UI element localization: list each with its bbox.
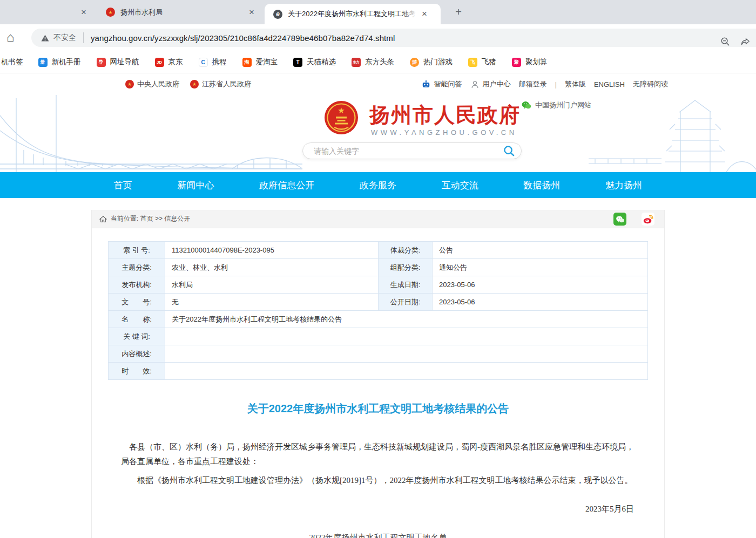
meta-value-genre: 公告 bbox=[433, 242, 648, 259]
meta-value-summary bbox=[165, 345, 648, 363]
nav-item-news[interactable]: 新闻中心 bbox=[178, 179, 214, 192]
tab-announcement-active[interactable]: e 关于2022年度扬州市水利工程文明工地考 × bbox=[265, 4, 441, 24]
nav-item-info-disclosure[interactable]: 政府信息公开 bbox=[259, 179, 314, 192]
ctrip-icon: C bbox=[199, 58, 208, 67]
close-icon[interactable]: × bbox=[419, 9, 430, 19]
nav-item-home[interactable]: 首页 bbox=[114, 179, 132, 192]
divider bbox=[83, 32, 84, 43]
bookmark-item-feizhu[interactable]: 飞 飞猪 bbox=[468, 57, 496, 67]
bookmark-item-aitaobao[interactable]: 淘 爱淘宝 bbox=[242, 57, 278, 67]
bookmark-label: 东方头条 bbox=[365, 57, 394, 67]
meta-label-keywords: 关 键 词: bbox=[109, 328, 165, 345]
table-row: 发布机构: 水利局 生成日期: 2023-05-06 bbox=[109, 276, 648, 294]
wechat-share-button[interactable] bbox=[613, 213, 626, 226]
accessibility-link[interactable]: 无障碍阅读 bbox=[633, 79, 668, 89]
meta-value-topic: 农业、林业、水利 bbox=[165, 259, 379, 276]
banner-art-right bbox=[589, 95, 756, 172]
table-row: 索 引 号: 11321000014407098E-2023-095 体裁分类:… bbox=[109, 242, 648, 259]
bookmark-item-tmall[interactable]: T 天猫精选 bbox=[293, 57, 336, 67]
mail-login-link[interactable]: 邮箱登录 bbox=[519, 79, 547, 89]
english-link[interactable]: ENGLISH bbox=[594, 80, 625, 88]
bookmark-label: 飞猪 bbox=[482, 57, 496, 67]
bookmark-item-xinjishouce[interactable]: 册 新机手册 bbox=[38, 57, 81, 67]
tab-title-fade bbox=[401, 9, 416, 19]
search-input[interactable] bbox=[314, 147, 503, 155]
table-row: 时 效: bbox=[109, 363, 648, 380]
breadcrumb[interactable]: 当前位置: 首页 >> 信息公开 bbox=[111, 214, 190, 223]
meta-value-docnum: 无 bbox=[165, 294, 379, 311]
bookmark-item-remenyouxi[interactable]: 游 热门游戏 bbox=[410, 57, 453, 67]
masthead-banner: ★ 扬州市人民政府 WWW.YANGZHOU.GOV.CN 中国扬州门户网站 bbox=[0, 95, 756, 172]
bookmark-label: 京东 bbox=[168, 57, 183, 67]
nav-item-charm[interactable]: 魅力扬州 bbox=[605, 179, 642, 192]
link-central-government[interactable]: ★ 中央人民政府 bbox=[125, 79, 179, 89]
bookmark-item-jd[interactable]: JD 京东 bbox=[155, 57, 183, 67]
document-meta-table: 索 引 号: 11321000014407098E-2023-095 体裁分类:… bbox=[108, 241, 648, 380]
meta-label-summary: 内容概述: bbox=[109, 345, 165, 363]
home-button[interactable]: ⌂ bbox=[6, 30, 15, 45]
smart-qa-link[interactable]: 智能问答 bbox=[421, 79, 462, 89]
bookmark-item-dongfangtoutiao[interactable]: 东方 东方头条 bbox=[352, 57, 394, 67]
meta-value-created: 2023-05-06 bbox=[433, 276, 648, 294]
meta-value-index: 11321000014407098E-2023-095 bbox=[165, 242, 379, 259]
link-jiangsu-government[interactable]: ★ 江苏省人民政府 bbox=[190, 79, 251, 89]
bookmark-label: 网址导航 bbox=[110, 57, 139, 67]
bookmark-item-juhuasuan[interactable]: 聚 聚划算 bbox=[512, 57, 548, 67]
user-center-link[interactable]: 用户中心 bbox=[470, 79, 511, 89]
security-status-label[interactable]: 不安全 bbox=[53, 33, 76, 43]
article-body: 关于2022年度扬州市水利工程文明工地考核结果的公告 各县（市、区）水利（务）局… bbox=[92, 401, 664, 538]
article-date: 2023年5月6日 bbox=[121, 504, 635, 514]
gov-link-label: 中央人民政府 bbox=[137, 79, 179, 89]
zoom-out-icon[interactable] bbox=[720, 37, 731, 47]
url-text[interactable]: yangzhou.gov.cn/yzszxxgk/slj/202305/210c… bbox=[91, 33, 395, 43]
traditional-chinese-link[interactable]: 繁体版 bbox=[565, 79, 586, 89]
bookmark-label: 天猫精选 bbox=[307, 57, 336, 67]
meta-label-group: 组配分类: bbox=[379, 259, 433, 276]
nav-item-services[interactable]: 政务服务 bbox=[360, 179, 396, 192]
article-paragraph-recipients: 各县（市、区）水利（务）局，扬州经济开发区城乡事务管理局，生态科技新城规划建设局… bbox=[121, 440, 635, 469]
bookmark-item-partial[interactable]: 机书签 bbox=[1, 57, 23, 67]
nav-item-data[interactable]: 数据扬州 bbox=[523, 179, 560, 192]
meta-value-group: 通知公告 bbox=[433, 259, 648, 276]
meta-label-created: 生成日期: bbox=[379, 276, 433, 294]
bookmark-item-ctrip[interactable]: C 携程 bbox=[199, 57, 227, 67]
article-paragraph-basis: 根据《扬州市水利工程文明工地建设管理办法》（扬水规[2019]1号），2022年… bbox=[121, 473, 635, 488]
meta-label-index: 索 引 号: bbox=[109, 242, 165, 259]
meta-value-title: 关于2022年度扬州市水利工程文明工地考核结果的公告 bbox=[165, 311, 648, 328]
address-bar[interactable]: 不安全 yangzhou.gov.cn/yzszxxgk/slj/202305/… bbox=[31, 29, 756, 47]
nav-item-interaction[interactable]: 互动交流 bbox=[442, 179, 478, 192]
meta-label-title: 名 称: bbox=[109, 311, 165, 328]
breadcrumb-bar: 当前位置: 首页 >> 信息公开 bbox=[92, 210, 664, 228]
juhuasuan-icon: 聚 bbox=[512, 58, 521, 67]
close-icon[interactable]: × bbox=[78, 7, 89, 18]
browser-toolbar: ⌂ 不安全 yangzhou.gov.cn/yzszxxgk/slj/20230… bbox=[0, 24, 756, 51]
bookmark-label: 爱淘宝 bbox=[256, 57, 278, 67]
site-logo[interactable]: ★ bbox=[324, 100, 359, 135]
wechat-icon bbox=[616, 215, 625, 223]
browser-favicon-icon: e bbox=[273, 10, 282, 19]
close-icon[interactable]: × bbox=[246, 7, 257, 18]
bookmark-label: 热门游戏 bbox=[423, 57, 453, 67]
search-icon bbox=[503, 145, 515, 156]
article-title: 关于2022年度扬州市水利工程文明工地考核结果的公告 bbox=[121, 401, 635, 416]
gov-link-label: 江苏省人民政府 bbox=[202, 79, 251, 89]
fliggy-icon: 飞 bbox=[468, 58, 477, 67]
share-icon[interactable] bbox=[740, 37, 751, 47]
portal-label: 中国扬州门户网站 bbox=[535, 100, 591, 110]
util-label: 智能问答 bbox=[434, 79, 462, 89]
weibo-share-button[interactable] bbox=[642, 213, 654, 226]
site-name: 扬州市人民政府 bbox=[369, 101, 521, 129]
table-row: 主题分类: 农业、林业、水利 组配分类: 通知公告 bbox=[109, 259, 648, 276]
bookmark-label: 聚划算 bbox=[525, 57, 548, 67]
breadcrumb-home-icon bbox=[99, 216, 107, 222]
search-button[interactable] bbox=[503, 145, 515, 156]
gov-emblem-icon: ★ bbox=[125, 80, 134, 88]
meta-label-topic: 主题分类: bbox=[109, 259, 165, 276]
bookmark-label: 携程 bbox=[212, 57, 227, 67]
bookmark-item-wangzhidaohang[interactable]: 导 网址导航 bbox=[97, 57, 139, 67]
portal-link[interactable]: 中国扬州门户网站 bbox=[522, 100, 591, 110]
tab-yangzhou-water-bureau[interactable]: ★ 扬州市水利局 bbox=[92, 0, 258, 24]
new-tab-button[interactable]: + bbox=[451, 5, 465, 19]
meta-label-genre: 体裁分类: bbox=[379, 242, 433, 259]
meta-label-docnum: 文 号: bbox=[109, 294, 165, 311]
